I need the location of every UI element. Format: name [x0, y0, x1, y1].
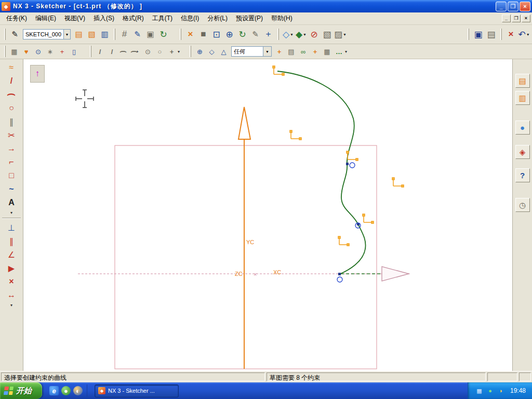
- web-browser-icon[interactable]: ●: [515, 121, 530, 135]
- left-toolbar-overflow2[interactable]: ▾: [10, 302, 12, 308]
- arc-tool-icon[interactable]: (: [118, 46, 130, 57]
- edit-sheet-icon[interactable]: ✎: [249, 28, 262, 41]
- update-model-icon[interactable]: ▤: [72, 28, 85, 41]
- line-icon[interactable]: /: [4, 74, 20, 88]
- quick-extend-icon[interactable]: →: [4, 142, 20, 155]
- three-point-arc-icon[interactable]: (+: [130, 46, 142, 57]
- snap-toolbar-overflow[interactable]: ▾: [345, 48, 347, 55]
- snap-endpoint-icon[interactable]: ◇: [206, 46, 218, 57]
- shaded-view-icon[interactable]: ◆▼: [295, 28, 308, 41]
- display-shade-icon[interactable]: ■: [197, 28, 210, 41]
- quick-trim-icon[interactable]: ✂: [4, 128, 20, 142]
- dots-tool-icon[interactable]: …: [333, 46, 345, 57]
- point-tool-icon[interactable]: +: [166, 46, 178, 57]
- snap-midpoint-icon[interactable]: △: [218, 46, 230, 57]
- no-selection-icon[interactable]: ⊘: [308, 28, 321, 41]
- find-zoom-icon[interactable]: ⊙: [32, 46, 44, 57]
- input-method-icon[interactable]: ▦: [475, 387, 483, 395]
- chevron-down-icon[interactable]: ▼: [63, 30, 70, 39]
- orient-view-button[interactable]: ↑: [30, 65, 45, 83]
- antivirus-tray-icon[interactable]: ●: [486, 387, 494, 395]
- wireframe-view-icon[interactable]: ◇▼: [282, 28, 295, 41]
- mdi-close-button[interactable]: ×: [522, 15, 530, 22]
- start-button[interactable]: 开始: [0, 382, 42, 399]
- snap-point-icon[interactable]: ⊕: [194, 46, 206, 57]
- toolbar-grip[interactable]: [277, 29, 279, 40]
- text-tool-icon[interactable]: A: [4, 196, 20, 209]
- taskbar-clock[interactable]: 19:48: [510, 387, 526, 394]
- dimensions-icon[interactable]: ↔: [4, 288, 20, 302]
- sketch-plane-border[interactable]: [115, 145, 377, 369]
- circle-tool-icon[interactable]: ○: [154, 46, 166, 57]
- show-constraints-icon[interactable]: ∠: [4, 248, 20, 261]
- toolbar-grip[interactable]: [468, 29, 469, 40]
- layers-icon[interactable]: ▤: [285, 46, 297, 57]
- delete-icon[interactable]: ×: [504, 28, 517, 41]
- auto-constraint-icon[interactable]: ∥: [4, 234, 20, 248]
- menu-tools[interactable]: 工具(T): [148, 12, 177, 24]
- menu-format[interactable]: 格式(R): [118, 12, 148, 24]
- mdi-restore-button[interactable]: ❐: [512, 15, 521, 22]
- sketch-canvas[interactable]: YC XC ZC ×: [23, 59, 512, 371]
- roles-icon[interactable]: ◈: [515, 145, 530, 159]
- spline-point[interactable]: [338, 273, 341, 275]
- minimize-button[interactable]: _: [496, 2, 507, 11]
- animate-dimension-icon[interactable]: ▶: [4, 261, 20, 275]
- pin-icon[interactable]: +: [273, 46, 285, 57]
- menu-information[interactable]: 信息(I): [177, 12, 203, 24]
- mdi-minimize-button[interactable]: _: [502, 15, 511, 22]
- menu-help[interactable]: 帮助(H): [267, 12, 297, 24]
- favorites-icon[interactable]: ♥: [20, 46, 32, 57]
- toolbar-grip[interactable]: [190, 46, 191, 57]
- toolbar-grip[interactable]: [500, 29, 502, 40]
- snap-grid-icon[interactable]: #: [118, 28, 131, 41]
- sketch-icon[interactable]: ✎: [8, 28, 21, 41]
- left-toolbar-overflow[interactable]: ▾: [10, 209, 12, 216]
- toolbar-grip[interactable]: [114, 29, 115, 40]
- menu-analysis[interactable]: 分析(L): [203, 12, 232, 24]
- grid-tool-icon[interactable]: ▦: [321, 46, 333, 57]
- menu-view[interactable]: 视图(V): [60, 12, 89, 24]
- refresh-icon[interactable]: ↻: [236, 28, 249, 41]
- create-constraint-icon[interactable]: ⊥: [4, 221, 20, 234]
- derived-lines-icon[interactable]: ∥: [4, 115, 20, 128]
- fillet-icon[interactable]: ⌐: [4, 155, 20, 169]
- menu-task[interactable]: 任务(K): [2, 12, 31, 24]
- copy-sheet-icon[interactable]: ▣: [144, 28, 157, 41]
- toolbar-grip[interactable]: [180, 29, 181, 40]
- toolbar-grip[interactable]: [4, 46, 6, 57]
- save-icon[interactable]: ▣: [472, 28, 485, 41]
- assembly-navigator-icon[interactable]: ▤: [515, 74, 530, 88]
- toolbar-grip[interactable]: [90, 46, 91, 57]
- expression-icon[interactable]: ▯: [68, 46, 80, 57]
- cycle-icon[interactable]: ↻: [157, 28, 170, 41]
- volume-tray-icon[interactable]: ◗: [497, 387, 505, 395]
- undo-icon[interactable]: ↶▼: [517, 28, 530, 41]
- line-tool-icon[interactable]: /: [94, 46, 106, 57]
- point-constructor-icon[interactable]: +: [56, 46, 68, 57]
- rectangle-icon[interactable]: □: [4, 169, 20, 182]
- remove-constraints-icon[interactable]: ×: [4, 275, 20, 288]
- profile-tool-icon[interactable]: ≈: [4, 61, 20, 74]
- help-icon[interactable]: ?: [515, 168, 530, 182]
- restore-button[interactable]: ❐: [508, 2, 518, 11]
- circle-icon[interactable]: ○: [4, 101, 20, 115]
- reattach-icon[interactable]: ▥: [98, 28, 111, 41]
- ie-quick-launch-icon[interactable]: e: [49, 386, 59, 395]
- sketch-name-combobox[interactable]: SKETCH_000 ▼: [23, 29, 71, 39]
- spline-point[interactable]: [346, 163, 349, 165]
- zoom-in-out-icon[interactable]: ⊕: [223, 28, 236, 41]
- pan-icon[interactable]: +: [262, 28, 275, 41]
- finish-sketch-icon[interactable]: ×: [184, 28, 197, 41]
- menu-insert[interactable]: 插入(S): [89, 12, 118, 24]
- snap-type-combobox[interactable]: 任何 ▼: [231, 46, 272, 57]
- edit-curve-icon[interactable]: ✎: [131, 28, 144, 41]
- print-icon[interactable]: ▤: [485, 28, 498, 41]
- history-clock-icon[interactable]: ◷: [515, 198, 530, 212]
- toolbar-grip[interactable]: [4, 29, 6, 40]
- x-axis-cone[interactable]: [382, 267, 409, 281]
- circle-center-icon[interactable]: ⊙: [142, 46, 154, 57]
- arc-icon[interactable]: (: [4, 88, 20, 101]
- studio-spline-icon[interactable]: ~: [4, 182, 20, 196]
- part-navigator-icon[interactable]: ▥: [515, 91, 530, 105]
